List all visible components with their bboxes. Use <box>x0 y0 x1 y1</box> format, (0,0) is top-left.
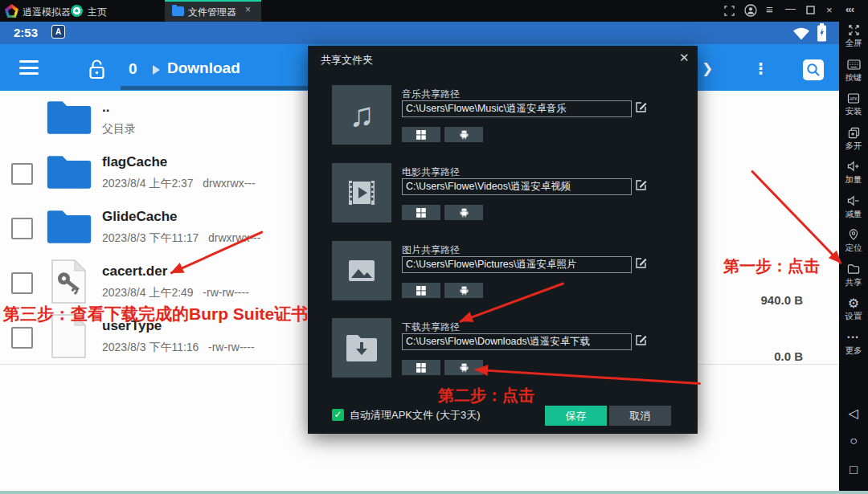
shared-folder-icon <box>839 262 868 276</box>
windows-icon <box>416 286 426 296</box>
sidebar-item-multi-instance[interactable]: 多开 <box>839 125 868 157</box>
sidebar-item-keys[interactable]: 按键 <box>839 57 868 89</box>
keyboard-icon <box>839 57 868 71</box>
row-checkbox[interactable] <box>11 327 33 349</box>
sidebar-item-location[interactable]: 定位 <box>839 227 868 259</box>
sidebar-item-fullscreen[interactable]: 全屏 <box>839 22 868 55</box>
sidebar-item-install[interactable]: APK 安装 <box>839 91 868 123</box>
nav-back-icon[interactable]: ◁ <box>839 406 868 421</box>
sidebar-item-volume-up[interactable]: 加量 <box>839 159 868 191</box>
android-icon <box>459 362 469 373</box>
open-windows-path-button[interactable] <box>402 127 440 142</box>
volume-down-icon <box>839 194 868 208</box>
annotation-step2: 第二步：点击 <box>438 385 534 406</box>
apk-install-icon: APK <box>839 91 868 105</box>
auto-clean-label: 自动清理APK文件 (大于3天) <box>350 408 481 423</box>
file-size: 0.0 B <box>774 349 803 363</box>
row-checkbox[interactable] <box>11 163 33 185</box>
movie-path-input[interactable] <box>402 178 632 195</box>
edit-path-icon[interactable] <box>635 334 647 346</box>
edit-path-icon[interactable] <box>635 179 647 191</box>
window-bottom-edge <box>0 491 868 494</box>
open-windows-path-button[interactable] <box>402 205 440 220</box>
location-pin-icon <box>839 227 868 242</box>
android-icon <box>459 207 469 218</box>
close-window-icon[interactable]: × <box>826 4 833 17</box>
auto-clean-checkbox[interactable]: ✓ <box>332 409 344 421</box>
ime-badge: A <box>51 25 65 39</box>
windows-icon <box>416 208 426 218</box>
lock-icon[interactable] <box>88 59 105 80</box>
search-button[interactable] <box>803 59 824 80</box>
picture-path-input[interactable] <box>402 256 632 273</box>
open-android-path-button[interactable] <box>444 283 483 298</box>
window-menu-icon[interactable]: ≡ <box>766 3 773 16</box>
music-icon: ♫ <box>332 85 391 145</box>
more-dots-icon: ••• <box>839 330 868 345</box>
volume-up-icon <box>839 159 868 174</box>
open-android-path-button[interactable] <box>444 127 483 142</box>
download-path-input[interactable] <box>402 333 632 350</box>
breadcrumb-arrow-icon <box>153 65 160 75</box>
download-icon <box>332 318 391 378</box>
account-icon[interactable] <box>744 4 757 17</box>
tab-home[interactable]: 主页 <box>88 6 107 19</box>
shared-folders-dialog: 共享文件夹 ✕ ♫ 音乐共享路径 电影共享路径 <box>308 46 698 434</box>
maximize-icon[interactable] <box>806 6 815 14</box>
fullscreen-icon <box>839 22 868 37</box>
gear-icon: ⚙ <box>839 296 868 310</box>
breadcrumb[interactable]: Download <box>167 59 240 77</box>
music-path-input[interactable] <box>402 100 632 117</box>
dialog-title: 共享文件夹 <box>321 53 373 67</box>
battery-icon <box>817 23 827 42</box>
android-status-bar: 2:53 A <box>0 22 839 44</box>
certificate-file-icon <box>51 259 87 304</box>
android-icon <box>459 285 469 296</box>
breadcrumb-next-icon[interactable]: ❯ <box>702 60 713 77</box>
edit-path-icon[interactable] <box>635 101 647 113</box>
sidebar-item-more[interactable]: ••• 更多 <box>839 330 868 362</box>
tab-close-icon[interactable]: × <box>245 4 251 15</box>
share-section-movies: 电影共享路径 <box>332 163 678 235</box>
dialog-close-icon[interactable]: ✕ <box>679 51 690 65</box>
selection-count: 0 <box>129 60 137 78</box>
multi-window-icon <box>839 125 868 140</box>
row-checkbox[interactable] <box>11 272 33 294</box>
cancel-button[interactable]: 取消 <box>609 406 671 426</box>
menu-icon[interactable] <box>19 60 39 79</box>
screenshot-icon[interactable] <box>724 6 735 16</box>
save-button[interactable]: 保存 <box>545 406 607 426</box>
wifi-icon <box>792 26 810 40</box>
sidebar-item-settings[interactable]: ⚙ 设置 <box>839 296 868 328</box>
sidebar-item-volume-down[interactable]: 减量 <box>839 194 868 226</box>
open-windows-path-button[interactable] <box>402 360 440 375</box>
android-icon <box>459 129 469 140</box>
folder-icon <box>45 98 93 137</box>
row-checkbox[interactable] <box>11 218 33 239</box>
overflow-menu-icon[interactable]: ⋮ <box>753 59 768 78</box>
open-android-path-button[interactable] <box>444 205 483 220</box>
windows-icon <box>416 130 426 140</box>
breadcrumb-scroll-indicator <box>121 86 331 90</box>
sidebar-item-share[interactable]: 共享 <box>839 262 868 294</box>
collapse-sidebar-icon[interactable]: ‹‹‹ <box>845 3 854 16</box>
folder-tab-icon <box>172 6 184 16</box>
share-section-pictures: 图片共享路径 <box>332 241 678 313</box>
app-title: 逍遥模拟器 <box>23 6 71 19</box>
search-icon <box>803 59 824 80</box>
home-tab-icon <box>71 5 83 17</box>
edit-path-icon[interactable] <box>635 257 647 269</box>
nav-recents-icon[interactable]: □ <box>839 463 868 477</box>
clock: 2:53 <box>14 26 38 39</box>
minimize-icon[interactable]: — <box>785 2 796 15</box>
svg-text:APK: APK <box>850 96 858 100</box>
share-section-music: ♫ 音乐共享路径 <box>332 85 678 157</box>
open-windows-path-button[interactable] <box>402 283 440 298</box>
picture-icon <box>332 241 391 300</box>
movie-icon <box>332 163 391 223</box>
windows-icon <box>416 363 426 373</box>
window-titlebar: 逍遥模拟器 主页 文件管理器 × ≡ — × ‹‹‹ <box>0 0 868 22</box>
folder-icon <box>45 207 93 246</box>
annotation-step1: 第一步：点击 <box>723 255 820 277</box>
nav-home-icon[interactable]: ○ <box>839 434 868 448</box>
